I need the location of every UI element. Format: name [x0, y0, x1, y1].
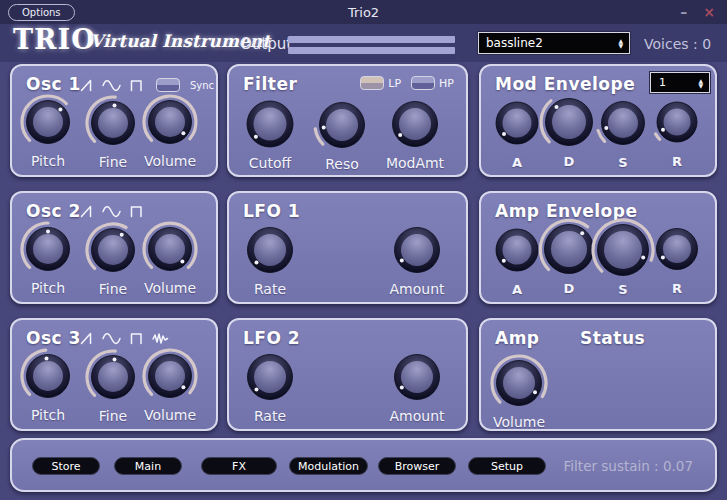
panel-amp: Amp Status Volume [479, 318, 717, 431]
knob-label: ModAmt [386, 156, 444, 171]
titlebar: Options Trio2 – × [0, 0, 727, 24]
status-title: Status [580, 328, 645, 348]
osc2-pitch-knob[interactable]: Pitch [16, 217, 80, 296]
knob-graphic [81, 91, 145, 155]
knob-label: Pitch [31, 154, 65, 169]
knob-label: R [672, 154, 682, 169]
knob-graphic [81, 345, 145, 409]
knob-graphic [138, 90, 202, 154]
panel-lfo2: LFO 2 Rate Amount [227, 318, 468, 431]
highpass-button[interactable] [411, 76, 435, 90]
osc1-volume-knob[interactable]: Volume [138, 90, 202, 169]
osc3-volume-knob[interactable]: Volume [138, 344, 202, 423]
saw-wave-icon[interactable] [80, 332, 93, 345]
knob-label: S [618, 155, 627, 170]
amp-title: Amp [495, 328, 540, 348]
knob-label: Fine [99, 409, 127, 424]
filter-cutoff-knob[interactable]: Cutoff [238, 92, 302, 171]
knob-label: D [564, 154, 575, 169]
setup-button[interactable]: Setup [468, 457, 546, 475]
knob-label: Cutoff [249, 156, 291, 171]
panel-mod-envelope: Mod Envelope 1 ▲▼ A D S R [479, 64, 717, 177]
output-label: Output [240, 35, 292, 53]
knob-graphic [81, 218, 145, 282]
knob-label: Pitch [31, 281, 65, 296]
mod-env-select-value: 1 [651, 76, 698, 89]
highpass-label: HP [439, 77, 454, 90]
knob-graphic [310, 93, 374, 157]
knob-graphic [238, 218, 302, 282]
sine-wave-icon[interactable] [102, 332, 121, 345]
lfo1-amount-knob[interactable]: Amount [385, 218, 449, 297]
store-button[interactable]: Store [32, 457, 100, 475]
knob-label: Fine [99, 155, 127, 170]
filter-title: Filter [243, 74, 297, 94]
app-logo: TRIO [13, 24, 96, 55]
knob-label: Volume [144, 408, 196, 423]
spinner-icon[interactable]: ▲▼ [618, 38, 629, 48]
lfo2-amount-knob[interactable]: Amount [385, 345, 449, 424]
filter-reso-knob[interactable]: Reso [310, 93, 374, 172]
panel-osc2: Osc 2 Pitch Fine Volume [10, 191, 218, 304]
osc3-pitch-knob[interactable]: Pitch [16, 344, 80, 423]
main-button[interactable]: Main [114, 457, 182, 475]
knob-label: R [672, 281, 682, 296]
browser-button[interactable]: Browser [378, 457, 456, 475]
knob-label: Amount [389, 409, 444, 424]
knob-label: A [512, 155, 522, 170]
knob-label: Pitch [31, 408, 65, 423]
knob-graphic [138, 344, 202, 408]
lowpass-label: LP [388, 77, 401, 90]
footer-bar: Store Main FX Modulation Browser Setup F… [10, 438, 717, 492]
knob-label: Volume [144, 281, 196, 296]
knob-graphic [16, 344, 80, 408]
panel-amp-envelope: Amp Envelope A D S R [479, 191, 717, 304]
panel-osc3: Osc 3 Pitch Fine Volume [10, 318, 218, 431]
osc1-fine-knob[interactable]: Fine [81, 91, 145, 170]
sine-wave-icon[interactable] [102, 205, 121, 218]
sine-wave-icon[interactable] [102, 79, 121, 92]
osc3-fine-knob[interactable]: Fine [81, 345, 145, 424]
knob-label: Amount [389, 282, 444, 297]
window-title: Trio2 [0, 5, 727, 20]
knob-graphic [645, 217, 709, 281]
preset-select[interactable]: bassline2 ▲▼ [478, 32, 630, 54]
panel-lfo1: LFO 1 Rate Amount [227, 191, 468, 304]
knob-label: Volume [144, 154, 196, 169]
knob-graphic [16, 217, 80, 281]
fx-button[interactable]: FX [201, 457, 277, 475]
spinner-icon[interactable]: ▲▼ [698, 78, 709, 88]
amp-volume-knob[interactable]: Volume [487, 351, 551, 430]
sync-label: Sync [190, 80, 214, 91]
knob-label: Reso [325, 157, 359, 172]
mod-env-release-knob[interactable]: R [645, 90, 709, 169]
lfo1-rate-knob[interactable]: Rate [238, 218, 302, 297]
knob-graphic [16, 90, 80, 154]
saw-wave-icon[interactable] [80, 79, 93, 92]
knob-label: Fine [99, 282, 127, 297]
knob-label: A [512, 282, 522, 297]
lfo2-rate-knob[interactable]: Rate [238, 345, 302, 424]
knob-label: S [618, 282, 627, 297]
output-meter-right [288, 47, 455, 54]
knob-graphic [385, 345, 449, 409]
status-text: Filter sustain : 0.07 [564, 457, 693, 475]
lowpass-button[interactable] [360, 76, 384, 90]
knob-graphic [238, 92, 302, 156]
osc2-volume-knob[interactable]: Volume [138, 217, 202, 296]
knob-label: D [564, 281, 575, 296]
knob-graphic [385, 218, 449, 282]
amp-env-release-knob[interactable]: R [645, 217, 709, 296]
filter-modamt-knob[interactable]: ModAmt [383, 92, 447, 171]
saw-wave-icon[interactable] [80, 205, 93, 218]
knob-graphic [138, 217, 202, 281]
minimize-icon[interactable]: – [680, 4, 687, 20]
voices-count: Voices : 0 [644, 36, 711, 52]
knob-graphic [238, 345, 302, 409]
modulation-button[interactable]: Modulation [289, 457, 368, 475]
osc1-pitch-knob[interactable]: Pitch [16, 90, 80, 169]
close-icon[interactable]: × [703, 4, 715, 20]
osc2-fine-knob[interactable]: Fine [81, 218, 145, 297]
knob-graphic [487, 351, 551, 415]
knob-label: Volume [493, 415, 545, 430]
